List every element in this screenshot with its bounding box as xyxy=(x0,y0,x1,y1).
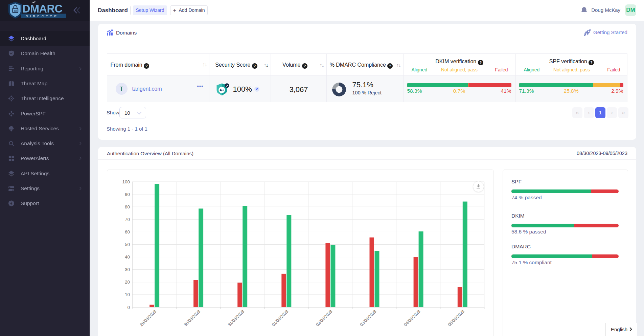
svg-text:A+: A+ xyxy=(219,88,224,92)
svg-text:01/09/2023: 01/09/2023 xyxy=(271,309,289,327)
svg-text:80: 80 xyxy=(125,204,130,209)
svg-text:30/08/2023: 30/08/2023 xyxy=(183,309,201,327)
svg-text:10: 10 xyxy=(125,292,130,297)
svg-text:0: 0 xyxy=(127,305,130,310)
svg-text:03/09/2023: 03/09/2023 xyxy=(359,309,377,327)
svg-text:100: 100 xyxy=(122,179,130,184)
svg-text:29/08/2023: 29/08/2023 xyxy=(139,309,157,327)
svg-text:05/09/2023: 05/09/2023 xyxy=(447,309,465,327)
svg-text:60: 60 xyxy=(125,229,130,234)
svg-text:50: 50 xyxy=(125,242,130,247)
svg-text:02/09/2023: 02/09/2023 xyxy=(315,309,333,327)
svg-text:04/09/2023: 04/09/2023 xyxy=(403,309,421,327)
svg-text:DIRECTOR: DIRECTOR xyxy=(26,14,59,18)
svg-text:40: 40 xyxy=(125,254,130,260)
svg-text:DMARC: DMARC xyxy=(22,3,62,15)
svg-text:30: 30 xyxy=(125,267,130,272)
svg-text:@: @ xyxy=(14,9,17,13)
svg-text:31/08/2023: 31/08/2023 xyxy=(227,309,245,327)
svg-text:90: 90 xyxy=(125,192,130,197)
svg-text:70: 70 xyxy=(125,217,130,222)
svg-text:20: 20 xyxy=(125,279,130,285)
